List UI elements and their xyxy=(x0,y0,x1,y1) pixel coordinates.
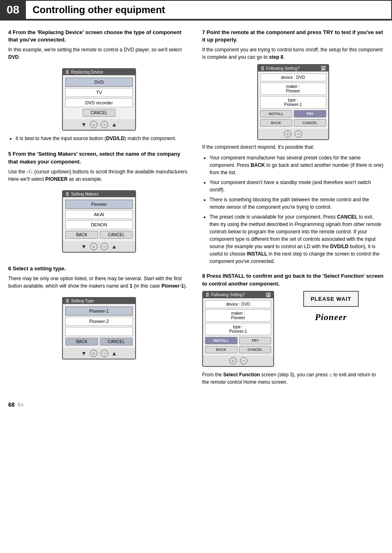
step7-maker: maker : Pioneer xyxy=(260,83,326,95)
step4-menu-tv[interactable]: TV xyxy=(65,88,133,97)
step7-device-label: device : DVD xyxy=(260,74,326,81)
step5-cancel-btn[interactable]: CANCEL xyxy=(100,231,133,239)
left-column: 4 From the 'Replacing Device' screen cho… xyxy=(8,29,190,393)
step5-back-btn[interactable]: BACK xyxy=(65,231,98,239)
minus-btn4[interactable]: − xyxy=(295,130,302,138)
step6-device-screen: 🎛 Setting Type Pioneer-1 Pioneer-2 BACK … xyxy=(62,297,136,359)
step4-footer: ▼ ⌂ − ▲ xyxy=(63,119,135,130)
step7-bullet2: Your component doesn't have a standby mo… xyxy=(210,179,384,194)
step7-heading-text: 7 Point the remote at the component and … xyxy=(202,29,383,43)
step6-screen-title: Setting Type xyxy=(71,299,94,303)
step7-screen-container: 🎛 Following Setting? 💾 device : DVD make… xyxy=(202,64,384,140)
home-btn5[interactable]: ⌂ xyxy=(229,357,237,364)
minus-btn[interactable]: − xyxy=(101,121,108,128)
step7-heading: 7 Point the remote at the component and … xyxy=(202,29,384,44)
step8-section: 8 Press INSTALL to confirm and go back t… xyxy=(202,272,384,385)
step6-menu-pioneer1[interactable]: Pioneer-1 xyxy=(65,306,133,316)
step5-btn-row: BACK CANCEL xyxy=(65,231,133,239)
step4-screen-container: 🎛 Replacing Device DVD TV DVD recorder C… xyxy=(8,64,190,135)
remote-icon3: 🎛 xyxy=(65,299,69,303)
step8-split-wrapper: 🎛 Following Setting? 💾 device : DVD make… xyxy=(202,291,384,367)
step8-install-try-row: INSTALL TRY xyxy=(205,337,271,344)
minus-btn5[interactable]: − xyxy=(240,357,247,364)
pioneer-logo-text: Pioneer xyxy=(315,312,347,322)
step7-text: If the component you are trying to contr… xyxy=(202,46,384,61)
step6-cancel-btn[interactable]: CANCEL xyxy=(100,338,133,346)
step6-device-body: Pioneer-1 Pioneer-2 BACK CANCEL xyxy=(63,304,135,348)
step4-cancel-btn[interactable]: CANCEL xyxy=(83,109,115,117)
step8-device-screen: 🎛 Following Setting? 💾 device : DVD make… xyxy=(202,291,274,367)
minus-btn2[interactable]: − xyxy=(101,243,108,250)
step6-menu-pioneer2[interactable]: Pioneer-2 xyxy=(65,317,133,326)
page-title: Controlling other equipment xyxy=(26,0,392,20)
step5-menu-pioneer[interactable]: Pioneer xyxy=(65,200,133,209)
step4-section: 4 From the 'Replacing Device' screen cho… xyxy=(8,29,190,142)
step8-title-bar: 🎛 Following Setting? 💾 xyxy=(203,292,273,298)
step5-section: 5 From the 'Setting Makers' screen, sele… xyxy=(8,150,190,256)
home-btn4[interactable]: ⌂ xyxy=(284,130,291,138)
step7-bullet3: There is something blocking the path bet… xyxy=(210,196,384,211)
step7-cancel-btn[interactable]: CANCEL xyxy=(294,119,326,127)
save-icon: 💾 xyxy=(321,66,326,71)
down-arrow-icon: ▼ xyxy=(81,121,87,128)
pioneer-logo: Pioneer xyxy=(315,312,347,323)
step4-bullets: It is best to have the input source butt… xyxy=(16,135,190,142)
step8-footer: ⌂ − xyxy=(203,355,273,366)
step8-install-btn[interactable]: INSTALL xyxy=(205,337,238,344)
minus-btn3[interactable]: − xyxy=(101,350,108,357)
step5-menu-denon[interactable]: DENON xyxy=(65,220,133,229)
step7-bullet-list: Your component manufacturer has several … xyxy=(210,154,384,265)
step5-menu-akai[interactable]: AKAI xyxy=(65,210,133,219)
remote-icon: 🎛 xyxy=(65,70,69,74)
step4-heading: 4 From the 'Replacing Device' screen cho… xyxy=(8,29,190,44)
step8-device-body: device : DVD maker : Pioneer type : Pion… xyxy=(203,298,273,355)
home-btn[interactable]: ⌂ xyxy=(90,121,97,128)
step8-back-cancel-row: BACK CANCEL xyxy=(205,346,271,353)
step5-screen-container: 🎛 Setting Makers Pioneer AKAI DENON BACK… xyxy=(8,186,190,257)
step4-menu-dvdrecorder[interactable]: DVD recorder xyxy=(65,98,133,107)
step7-back-btn[interactable]: BACK xyxy=(260,119,293,127)
step6-text: There may be only one option listed, or … xyxy=(8,275,190,290)
step7-install-btn[interactable]: INSTALL xyxy=(260,110,293,118)
step4-menu-dvd[interactable]: DVD xyxy=(65,78,133,87)
right-column: 7 Point the remote at the component and … xyxy=(202,29,384,393)
step6-btn-row: BACK CANCEL xyxy=(65,338,133,346)
step7-title-bar: 🎛 Following Setting? 💾 xyxy=(258,65,328,71)
step8-heading-text: 8 Press INSTALL to confirm and go back t… xyxy=(202,273,383,286)
step7-device-screen: 🎛 Following Setting? 💾 device : DVD make… xyxy=(257,64,329,140)
step5-text: Use the ↑/↓ (cursor up/down) buttons to … xyxy=(8,168,190,183)
step7-screen-title: Following Setting? xyxy=(266,66,300,71)
home-btn3[interactable]: ⌂ xyxy=(90,350,97,357)
step4-screen-title: Replacing Device xyxy=(71,70,103,74)
step6-menu-empty xyxy=(65,327,133,336)
step4-heading-text: 4 From the 'Replacing Device' screen cho… xyxy=(8,29,182,43)
step8-screen-title: Following Setting? xyxy=(211,293,245,297)
step6-footer: ▼ ⌂ − ▲ xyxy=(63,348,135,359)
page-sub: En xyxy=(18,402,23,407)
step4-title-bar: 🎛 Replacing Device xyxy=(63,69,135,75)
step5-heading: 5 From the 'Setting Makers' screen, sele… xyxy=(8,150,190,165)
step8-back-btn[interactable]: BACK xyxy=(205,346,238,353)
step4-device-body: DVD TV DVD recorder CANCEL xyxy=(63,75,135,119)
page-number: 68 xyxy=(8,401,15,408)
step5-footer: ▼ ⌂ − ▲ xyxy=(63,241,135,252)
step7-type: type : Pioneer-1 xyxy=(260,96,326,108)
home-btn2[interactable]: ⌂ xyxy=(90,243,97,250)
step8-cancel-btn[interactable]: CANCEL xyxy=(239,346,272,353)
remote-icon4: 🎛 xyxy=(261,66,265,71)
up-arrow-icon3: ▲ xyxy=(111,350,117,357)
step4-bullet1: It is best to have the input source butt… xyxy=(16,135,190,142)
remote-icon5: 🎛 xyxy=(205,293,210,297)
step7-bullet4: The preset code is unavailable for your … xyxy=(210,213,384,265)
step8-heading: 8 Press INSTALL to confirm and go back t… xyxy=(202,272,384,287)
main-content: 4 From the 'Replacing Device' screen cho… xyxy=(0,29,392,393)
step5-device-screen: 🎛 Setting Makers Pioneer AKAI DENON BACK… xyxy=(62,190,136,253)
step6-back-btn[interactable]: BACK xyxy=(65,338,98,346)
up-arrow-icon2: ▲ xyxy=(111,243,117,250)
step8-try-btn[interactable]: TRY xyxy=(239,337,272,344)
step7-device-body: device : DVD maker : Pioneer type : Pion… xyxy=(258,71,328,129)
step7-try-btn[interactable]: TRY xyxy=(294,110,326,118)
home-icon-inline: ⌂ xyxy=(329,372,332,378)
step7-if-text: If the component doesn't respond, it's p… xyxy=(202,143,384,151)
remote-icon2: 🎛 xyxy=(65,192,69,196)
